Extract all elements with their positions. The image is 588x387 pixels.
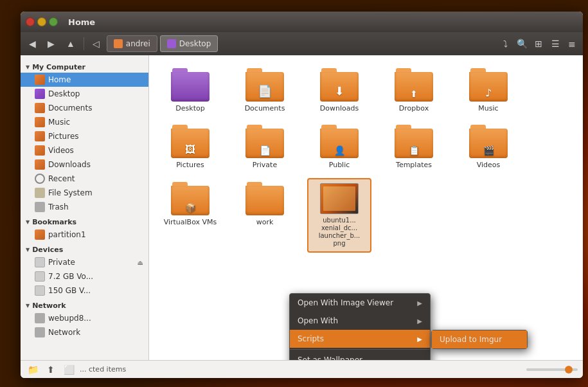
- cm-set-wallpaper[interactable]: Set as Wallpaper...: [290, 351, 430, 360]
- sidebar-item-partition1[interactable]: partition1: [21, 228, 148, 242]
- maximize-button[interactable]: [49, 17, 58, 26]
- up-button[interactable]: ▲: [62, 35, 80, 52]
- sidebar-item-filesystem[interactable]: File System: [21, 186, 148, 200]
- network-icon: [35, 327, 45, 338]
- folder-overlay: ⬆: [410, 89, 418, 99]
- location-tab-andrei[interactable]: andrei: [107, 35, 157, 52]
- sidebar-item-music[interactable]: Music: [21, 115, 148, 129]
- folder-virtualbox[interactable]: 📦 VirtualBox VMs: [158, 178, 222, 253]
- location-tab-andrei-label: andrei: [126, 39, 150, 48]
- folder-body: 🖼: [171, 129, 209, 158]
- sidebar-item-documents[interactable]: Documents: [21, 101, 148, 115]
- context-menu: Open With Image Viewer ▶ Open With ▶ Scr…: [289, 293, 431, 360]
- view-compact-button[interactable]: ≣: [565, 37, 579, 51]
- location-tab-desktop[interactable]: Desktop: [160, 35, 218, 52]
- triangle-icon-4: ▼: [26, 303, 30, 309]
- folder-overlay: ♪: [485, 87, 492, 99]
- sidebar-item-network-label: Network: [48, 328, 80, 337]
- content-area: Desktop 📄 Documents: [149, 55, 583, 360]
- toggle-button[interactable]: ◁: [88, 35, 104, 52]
- sidebar-section-my-computer[interactable]: ▼ My Computer: [21, 59, 148, 73]
- sidebar-section-bookmarks[interactable]: ▼ Bookmarks: [21, 214, 148, 228]
- desktop-sidebar-icon: [35, 89, 45, 99]
- cm-open-image-viewer[interactable]: Open With Image Viewer ▶: [290, 294, 430, 312]
- main-area: ▼ My Computer Home Desktop Documents Mus…: [21, 55, 583, 360]
- folder-private[interactable]: 📄 Private: [233, 121, 297, 174]
- statusbar: 📁 ⬆ ⬜ ... cted items: [21, 360, 583, 378]
- location-bar: andrei Desktop: [107, 35, 495, 52]
- sidebar-item-music-label: Music: [48, 118, 70, 127]
- view-grid-button[interactable]: ⊞: [531, 37, 546, 51]
- view-list-button[interactable]: ☰: [548, 37, 562, 51]
- sidebar-section-devices[interactable]: ▼ Devices: [21, 242, 148, 255]
- folder-public[interactable]: 👤 Public: [307, 121, 371, 174]
- sidebar-item-network[interactable]: Network: [21, 325, 148, 339]
- folder-documents[interactable]: 📄 Documents: [233, 64, 297, 117]
- cm-arrow-icon-0: ▶: [417, 300, 422, 307]
- back-button[interactable]: ◀: [24, 35, 40, 52]
- folder-pictures[interactable]: 🖼 Pictures: [158, 121, 222, 174]
- 72gb-icon: [35, 271, 45, 282]
- sidebar-section-my-computer-label: My Computer: [32, 63, 85, 71]
- cm-arrow-icon-2: ▶: [417, 336, 422, 343]
- cm-set-wallpaper-label: Set as Wallpaper...: [298, 356, 422, 360]
- folder-body: 🎬: [469, 129, 508, 158]
- sidebar-item-downloads[interactable]: Downloads: [21, 158, 148, 172]
- sidebar-item-pictures[interactable]: Pictures: [21, 129, 148, 143]
- sidebar-item-home-label: Home: [48, 75, 71, 84]
- cm-arrow-icon-1: ▶: [417, 318, 422, 325]
- sidebar-item-home[interactable]: Home: [21, 73, 148, 87]
- sidebar-item-72gb[interactable]: 7.2 GB Vo...: [21, 269, 148, 284]
- slider-track[interactable]: [526, 368, 578, 371]
- folder-body: ⬆: [395, 72, 433, 102]
- statusbar-icon-btn-2[interactable]: ⬆: [44, 363, 58, 377]
- folder-body: ♪: [469, 72, 508, 102]
- sidebar-item-recent[interactable]: Recent: [21, 172, 148, 186]
- sidebar-item-trash[interactable]: Trash: [21, 200, 148, 214]
- statusbar-icon-btn-3[interactable]: ⬜: [62, 363, 76, 377]
- compact-button[interactable]: ⤵: [498, 37, 512, 51]
- folder-templates[interactable]: 📋 Templates: [382, 121, 446, 174]
- zoom-slider[interactable]: [526, 368, 578, 371]
- file-screenshot[interactable]: ubuntu1...xenial_dc...launcher_b...png: [307, 178, 371, 253]
- folder-desktop[interactable]: Desktop: [158, 64, 222, 117]
- sidebar-item-desktop[interactable]: Desktop: [21, 87, 148, 101]
- sidebar-item-150gb[interactable]: 150 GB V...: [21, 284, 148, 298]
- sidebar-item-videos[interactable]: Videos: [21, 143, 148, 158]
- cm-open-with[interactable]: Open With ▶: [290, 312, 430, 330]
- folder-body: 📦: [171, 186, 209, 215]
- templates-folder-icon: 📋: [395, 125, 433, 158]
- statusbar-icon-btn-1[interactable]: 📁: [26, 363, 40, 377]
- sidebar-item-webupd8[interactable]: webupd8...: [21, 311, 148, 325]
- dropbox-folder-icon: ⬆: [395, 68, 433, 102]
- folder-private-label: Private: [253, 161, 277, 170]
- folder-overlay: 📋: [409, 145, 420, 156]
- minimize-button[interactable]: [37, 17, 46, 26]
- close-button[interactable]: [26, 17, 35, 26]
- folder-work[interactable]: work: [233, 178, 297, 253]
- screenshot-thumbnail: [320, 183, 359, 214]
- desktop-icon: [167, 39, 176, 48]
- folder-body: [245, 186, 284, 215]
- folder-dropbox[interactable]: ⬆ Dropbox: [382, 64, 446, 117]
- forward-button[interactable]: ▶: [43, 35, 59, 52]
- submenu-upload-imgur-label: Upload to Imgur: [440, 335, 502, 344]
- andrei-icon: [114, 39, 123, 48]
- eject-icon[interactable]: ⏏: [138, 259, 143, 266]
- cm-scripts[interactable]: Scripts ▶: [290, 330, 430, 348]
- downloads-icon: [35, 159, 45, 170]
- toolbar-right: ⤵ 🔍 ⊞ ☰ ≣: [498, 37, 579, 51]
- sidebar-section-network[interactable]: ▼ Network: [21, 298, 148, 311]
- titlebar: Home: [21, 12, 583, 32]
- triangle-icon-2: ▼: [26, 219, 30, 225]
- music-folder-icon: ♪: [469, 68, 508, 102]
- search-button[interactable]: 🔍: [515, 37, 529, 51]
- pictures-icon: [35, 131, 45, 141]
- sidebar-item-private[interactable]: Private ⏏: [21, 255, 148, 269]
- folder-videos[interactable]: 🎬 Videos: [456, 121, 521, 174]
- slider-thumb[interactable]: [565, 366, 573, 374]
- folder-music[interactable]: ♪ Music: [456, 64, 521, 117]
- submenu-upload-imgur[interactable]: Upload to Imgur: [432, 330, 527, 348]
- folder-downloads[interactable]: ⬇ Downloads: [307, 64, 371, 117]
- folder-public-label: Public: [329, 161, 350, 170]
